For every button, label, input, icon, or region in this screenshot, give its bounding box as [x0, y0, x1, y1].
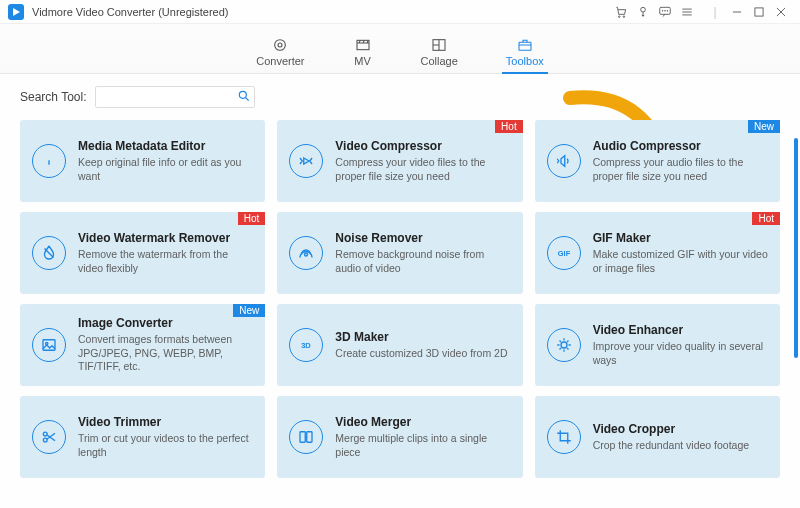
3d-icon: 3D: [289, 328, 323, 362]
tool-text: Video Watermark RemoverRemove the waterm…: [78, 231, 253, 275]
tool-text: Video CropperCrop the redundant video fo…: [593, 422, 768, 453]
tool-text: Video EnhancerImprove your video quality…: [593, 323, 768, 367]
search-input[interactable]: [95, 86, 255, 108]
tool-video-trimmer[interactable]: Video TrimmerTrim or cut your videos to …: [20, 396, 265, 478]
tab-converter[interactable]: Converter: [256, 37, 304, 73]
tool-image-converter[interactable]: NewImage ConverterConvert images formats…: [20, 304, 265, 386]
svg-point-1: [618, 15, 620, 17]
tool-3d-maker[interactable]: 3D3D MakerCreate customized 3D video fro…: [277, 304, 522, 386]
minimize-button[interactable]: [726, 1, 748, 23]
tool-desc: Merge multiple clips into a single piece: [335, 432, 510, 459]
tools-grid: Media Metadata EditorKeep original file …: [20, 120, 780, 478]
close-button[interactable]: [770, 1, 792, 23]
enhancer-icon: [547, 328, 581, 362]
tab-label: Toolbox: [506, 55, 544, 67]
svg-point-6: [665, 10, 666, 11]
trimmer-icon: [32, 420, 66, 454]
hot-badge: Hot: [495, 120, 523, 133]
new-badge: New: [748, 120, 780, 133]
tool-title: Video Merger: [335, 415, 510, 429]
svg-text:GIF: GIF: [557, 249, 570, 258]
tool-title: 3D Maker: [335, 330, 510, 344]
tool-video-merger[interactable]: Video MergerMerge multiple clips into a …: [277, 396, 522, 478]
svg-point-21: [561, 342, 567, 348]
tool-desc: Convert images formats between JPG/JPEG,…: [78, 333, 253, 374]
svg-rect-13: [519, 42, 531, 50]
tool-desc: Create customized 3D video from 2D: [335, 347, 510, 361]
svg-point-16: [305, 253, 308, 256]
tool-title: Noise Remover: [335, 231, 510, 245]
noise-icon: [289, 236, 323, 270]
tool-text: Video CompressorCompress your video file…: [335, 139, 510, 183]
maximize-button[interactable]: [748, 1, 770, 23]
tool-noise-remover[interactable]: Noise RemoverRemove background noise fro…: [277, 212, 522, 294]
tool-desc: Trim or cut your videos to the perfect l…: [78, 432, 253, 459]
svg-rect-24: [300, 432, 305, 443]
scrollbar-thumb[interactable]: [794, 138, 798, 358]
svg-point-5: [662, 10, 663, 11]
tool-media-metadata-editor[interactable]: Media Metadata EditorKeep original file …: [20, 120, 265, 202]
tool-video-watermark-remover[interactable]: HotVideo Watermark RemoverRemove the wat…: [20, 212, 265, 294]
tab-collage[interactable]: Collage: [421, 37, 458, 73]
tab-label: MV: [354, 55, 371, 67]
svg-point-9: [275, 40, 286, 51]
search-label: Search Tool:: [20, 90, 87, 104]
content-area: Search Tool: Media Metadata EditorKeep o…: [0, 74, 800, 508]
tool-text: Media Metadata EditorKeep original file …: [78, 139, 253, 183]
tool-text: 3D MakerCreate customized 3D video from …: [335, 330, 510, 361]
tool-desc: Compress your audio files to the proper …: [593, 156, 768, 183]
tool-text: Audio CompressorCompress your audio file…: [593, 139, 768, 183]
watermark-icon: [32, 236, 66, 270]
tool-title: Image Converter: [78, 316, 253, 330]
tool-desc: Keep original file info or edit as you w…: [78, 156, 253, 183]
tool-desc: Crop the redundant video footage: [593, 439, 768, 453]
tool-title: Audio Compressor: [593, 139, 768, 153]
tool-desc: Improve your video quality in several wa…: [593, 340, 768, 367]
svg-rect-8: [755, 7, 763, 15]
hot-badge: Hot: [238, 212, 266, 225]
app-logo: [8, 4, 24, 20]
image-icon: [32, 328, 66, 362]
svg-rect-25: [307, 432, 312, 443]
tool-text: Image ConverterConvert images formats be…: [78, 316, 253, 374]
tool-title: Video Watermark Remover: [78, 231, 253, 245]
tab-mv[interactable]: MV: [353, 37, 373, 73]
tool-title: Media Metadata Editor: [78, 139, 253, 153]
search-box: [95, 86, 255, 108]
tab-label: Collage: [421, 55, 458, 67]
tab-toolbox[interactable]: Toolbox: [506, 37, 544, 73]
main-tabs: ConverterMVCollageToolbox: [0, 24, 800, 74]
compress-audio-icon: [547, 144, 581, 178]
tool-video-compressor[interactable]: HotVideo CompressorCompress your video f…: [277, 120, 522, 202]
tool-text: Video MergerMerge multiple clips into a …: [335, 415, 510, 459]
tool-video-cropper[interactable]: Video CropperCrop the redundant video fo…: [535, 396, 780, 478]
svg-point-10: [278, 43, 282, 47]
tool-title: GIF Maker: [593, 231, 768, 245]
tool-title: Video Enhancer: [593, 323, 768, 337]
search-icon[interactable]: [237, 89, 251, 106]
merger-icon: [289, 420, 323, 454]
search-row: Search Tool:: [20, 86, 780, 108]
tool-audio-compressor[interactable]: NewAudio CompressorCompress your audio f…: [535, 120, 780, 202]
tool-desc: Make customized GIF with your video or i…: [593, 248, 768, 275]
svg-marker-0: [13, 8, 20, 16]
svg-rect-18: [43, 340, 55, 351]
tool-gif-maker[interactable]: HotGIFGIF MakerMake customized GIF with …: [535, 212, 780, 294]
key-icon[interactable]: [632, 1, 654, 23]
tool-title: Video Compressor: [335, 139, 510, 153]
cart-icon[interactable]: [610, 1, 632, 23]
info-icon: [32, 144, 66, 178]
gif-icon: GIF: [547, 236, 581, 270]
feedback-icon[interactable]: [654, 1, 676, 23]
svg-point-7: [667, 10, 668, 11]
hot-badge: Hot: [752, 212, 780, 225]
new-badge: New: [233, 304, 265, 317]
tool-video-enhancer[interactable]: Video EnhancerImprove your video quality…: [535, 304, 780, 386]
divider: |: [704, 1, 726, 23]
menu-icon[interactable]: [676, 1, 698, 23]
compress-video-icon: [289, 144, 323, 178]
tool-title: Video Trimmer: [78, 415, 253, 429]
svg-text:3D: 3D: [302, 341, 312, 350]
titlebar: Vidmore Video Converter (Unregistered) |: [0, 0, 800, 24]
tool-desc: Remove the watermark from the video flex…: [78, 248, 253, 275]
